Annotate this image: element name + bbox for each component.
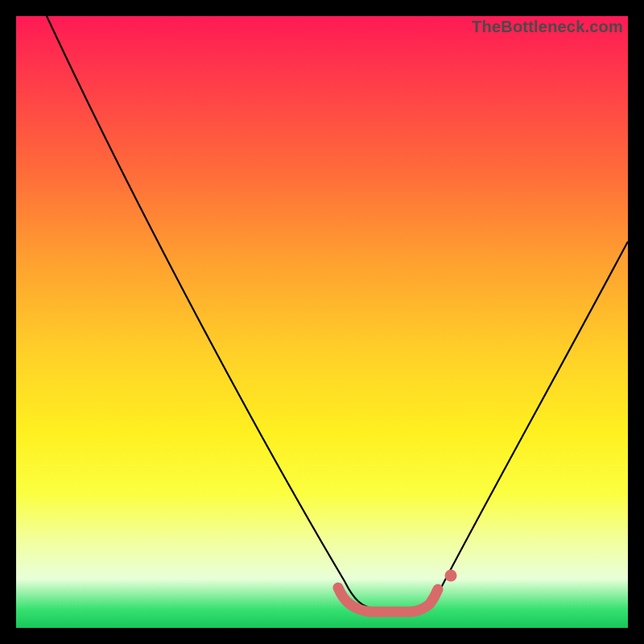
optimal-zone-marker: [445, 570, 457, 582]
bottleneck-curve: [47, 16, 628, 609]
chart-frame: TheBottleneck.com: [16, 16, 628, 628]
chart-svg: [16, 16, 628, 628]
watermark-text: TheBottleneck.com: [472, 18, 623, 36]
optimal-zone-highlight: [338, 588, 438, 612]
